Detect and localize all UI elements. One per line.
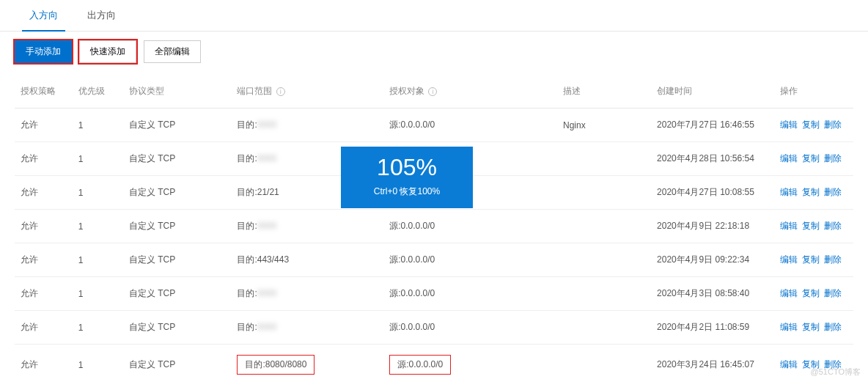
cell-policy: 允许 — [15, 108, 73, 142]
target-cell: 源:0.0.0.0/0 — [389, 221, 435, 231]
edit-link[interactable]: 编辑 — [780, 254, 798, 265]
table-row: 允许1自定义 TCP目的:0000源:0.0.0.0/02020年4月2日 11… — [15, 311, 853, 345]
copy-link[interactable]: 复制 — [802, 322, 820, 332]
rules-table: 授权策略 优先级 协议类型 端口范围 i 授权对象 i 描述 创建时间 操作 允… — [15, 75, 853, 379]
cell-ops: 编辑复制删除 — [774, 176, 853, 210]
cell-desc — [557, 176, 651, 210]
edit-link[interactable]: 编辑 — [780, 322, 798, 332]
toolbar: 手动添加 快速添加 全部编辑 — [0, 32, 868, 75]
table-row: 允许1自定义 TCP目的:0000源:0.0.0.0/02020年4月9日 22… — [15, 210, 853, 243]
edit-link[interactable]: 编辑 — [780, 359, 798, 369]
copy-link[interactable]: 复制 — [802, 187, 820, 197]
col-ops: 操作 — [774, 75, 853, 108]
cell-priority: 1 — [73, 345, 123, 380]
cell-desc: Nginx — [557, 108, 651, 142]
delete-link[interactable]: 删除 — [824, 288, 842, 298]
copy-link[interactable]: 复制 — [802, 288, 820, 298]
cell-time: 2020年4月2日 11:08:59 — [651, 311, 774, 345]
delete-link[interactable]: 删除 — [824, 187, 842, 197]
cell-protocol: 自定义 TCP — [123, 345, 232, 380]
cell-target: 源:0.0.0.0/0 — [383, 277, 557, 311]
cell-target: 源:0.0.0.0/0 — [383, 243, 557, 277]
quick-add-button[interactable]: 快速添加 — [79, 40, 136, 63]
delete-link[interactable]: 删除 — [824, 153, 842, 163]
cell-time: 2020年4月27日 10:08:55 — [651, 176, 774, 210]
cell-time: 2020年4月9日 09:22:34 — [651, 243, 774, 277]
copy-link[interactable]: 复制 — [802, 153, 820, 163]
cell-time: 2020年4月9日 22:18:18 — [651, 210, 774, 243]
edit-link[interactable]: 编辑 — [780, 119, 798, 130]
table-row: 允许1自定义 TCP目的:0000源:0.0.0.0/0Nginx2020年7月… — [15, 108, 853, 142]
cell-ops: 编辑复制删除 — [774, 142, 853, 176]
delete-link[interactable]: 删除 — [824, 119, 842, 130]
edit-link[interactable]: 编辑 — [780, 187, 798, 197]
cell-port: 目的:0000 — [231, 277, 383, 311]
col-protocol: 协议类型 — [123, 75, 232, 108]
cell-protocol: 自定义 TCP — [123, 277, 232, 311]
edit-link[interactable]: 编辑 — [780, 221, 798, 231]
target-cell: 源:0.0.0.0/0 — [389, 254, 435, 265]
col-target: 授权对象 i — [383, 75, 557, 108]
manual-add-button[interactable]: 手动添加 — [15, 40, 72, 63]
port-value: 443/443 — [257, 254, 289, 265]
cell-time: 2020年7月27日 16:46:55 — [651, 108, 774, 142]
cell-priority: 1 — [73, 243, 123, 277]
tab-outbound[interactable]: 出方向 — [73, 0, 130, 31]
port-cell: 目的:443/443 — [237, 254, 289, 265]
edit-link[interactable]: 编辑 — [780, 288, 798, 298]
direction-tabs: 入方向 出方向 — [0, 0, 868, 32]
edit-link[interactable]: 编辑 — [780, 153, 798, 163]
cell-target: 源:0.0.0.0/0 — [383, 345, 557, 380]
cell-policy: 允许 — [15, 277, 73, 311]
target-cell: 源:0.0.0.0/0 — [389, 322, 435, 332]
cell-desc — [557, 311, 651, 345]
port-cell: 目的:0000 — [237, 221, 276, 231]
port-value: 0000 — [257, 119, 277, 130]
col-target-label: 授权对象 — [389, 86, 424, 96]
cell-policy: 允许 — [15, 345, 73, 380]
port-value: 0000 — [257, 153, 277, 163]
cell-port: 目的:0000 — [231, 210, 383, 243]
col-policy: 授权策略 — [15, 75, 73, 108]
cell-policy: 允许 — [15, 243, 73, 277]
copy-link[interactable]: 复制 — [802, 119, 820, 130]
cell-policy: 允许 — [15, 311, 73, 345]
cell-protocol: 自定义 TCP — [123, 108, 232, 142]
cell-port: 目的:8080/8080 — [231, 345, 383, 380]
cell-ops: 编辑复制删除 — [774, 108, 853, 142]
cell-policy: 允许 — [15, 176, 73, 210]
cell-protocol: 自定义 TCP — [123, 176, 232, 210]
col-port-label: 端口范围 — [237, 86, 272, 96]
cell-desc — [557, 277, 651, 311]
tab-inbound[interactable]: 入方向 — [15, 0, 73, 31]
cell-port: 目的:443/443 — [231, 243, 383, 277]
cell-priority: 1 — [73, 277, 123, 311]
cell-priority: 1 — [73, 311, 123, 345]
delete-link[interactable]: 删除 — [824, 254, 842, 265]
cell-ops: 编辑复制删除 — [774, 277, 853, 311]
zoom-overlay: 105% Ctrl+0 恢复100% — [341, 147, 473, 208]
copy-link[interactable]: 复制 — [802, 221, 820, 231]
table-row: 允许1自定义 TCP目的:443/443源:0.0.0.0/02020年4月9日… — [15, 243, 853, 277]
cell-target: 源:0.0.0.0/0 — [383, 210, 557, 243]
delete-link[interactable]: 删除 — [824, 322, 842, 332]
delete-link[interactable]: 删除 — [824, 221, 842, 231]
table-row: 允许1自定义 TCP目的:0000源:0.0.0.0/02020年4月3日 08… — [15, 277, 853, 311]
cell-ops: 编辑复制删除 — [774, 311, 853, 345]
cell-priority: 1 — [73, 142, 123, 176]
port-value: 0000 — [257, 288, 277, 298]
cell-time: 2020年4月3日 08:58:40 — [651, 277, 774, 311]
cell-time: 2020年3月24日 16:45:07 — [651, 345, 774, 380]
copy-link[interactable]: 复制 — [802, 254, 820, 265]
cell-desc — [557, 243, 651, 277]
cell-policy: 允许 — [15, 142, 73, 176]
edit-all-button[interactable]: 全部编辑 — [144, 40, 201, 63]
col-port: 端口范围 i — [231, 75, 383, 108]
info-icon[interactable]: i — [276, 87, 285, 96]
port-value: 21/21 — [257, 187, 279, 197]
cell-protocol: 自定义 TCP — [123, 243, 232, 277]
info-icon[interactable]: i — [428, 87, 437, 96]
port-cell: 目的:21/21 — [237, 187, 279, 197]
cell-target: 源:0.0.0.0/0 — [383, 311, 557, 345]
cell-desc — [557, 142, 651, 176]
